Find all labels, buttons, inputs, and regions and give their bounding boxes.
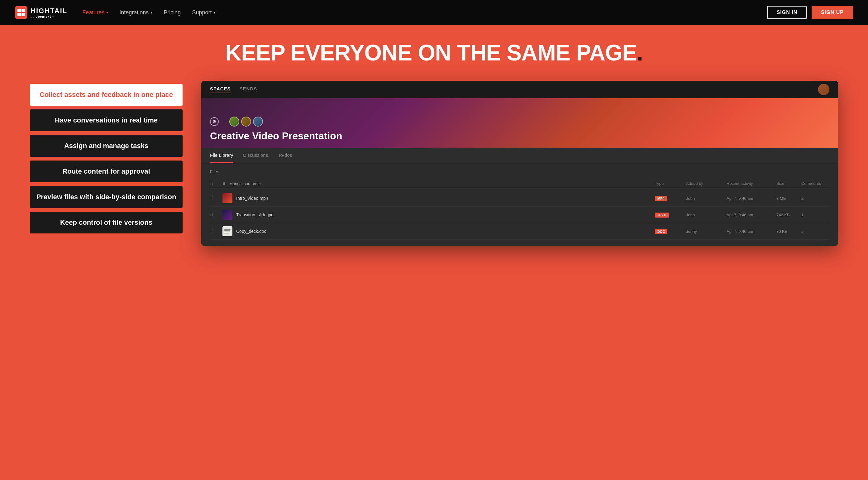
file-drag-handle: ⠿ [210,229,222,234]
app-subtabs: File Library Discussions To-dos [201,148,838,163]
col-type: Type [655,181,686,186]
files-label: Files [210,169,829,174]
member-avatar-3 [253,117,263,126]
col-activity: Recent activity [726,181,776,186]
table-row[interactable]: ⠿ Transition_slide.jpg JPEG John Apr 7, … [210,207,829,223]
navbar: HIGHTAIL by opentext™ Features ▾ Integra… [0,0,868,25]
file-added-by: John [686,196,726,201]
file-activity: Apr 7, 9:46 am [726,229,776,234]
file-drag-handle: ⠿ [210,196,222,201]
file-type: JPEG [655,212,686,217]
file-activity: Apr 7, 9:46 am [726,213,776,217]
settings-icon[interactable]: ⚙ [210,117,219,126]
support-caret-icon: ▾ [213,10,215,14]
file-size: 742 KB [776,213,801,217]
table-row[interactable]: ⠿ Intro_Video.mp4 MP4 John Apr 7, 9:46 a… [210,190,829,207]
type-badge-doc: DOC [655,229,668,234]
file-comments: 2 [801,196,829,201]
space-banner: ⚙ Creative Video Presentation [201,98,838,148]
table-header: ⠿ ⠿Manual sort order Type Added by Recen… [210,179,829,189]
space-banner-inner: ⚙ [210,117,342,126]
hero-section: KEEP EVERYONE ON THE SAME PAGE. Collect … [0,25,868,265]
subtab-todos[interactable]: To-dos [278,148,292,163]
col-added: Added by [686,181,726,186]
file-comments: 1 [801,213,829,217]
file-thumbnail [222,226,232,236]
file-type: DOC [655,229,686,234]
file-activity: Apr 7, 9:46 am [726,196,776,201]
logo-text: HIGHTAIL by opentext™ [31,7,67,19]
space-title: Creative Video Presentation [210,130,342,142]
file-name-cell: Intro_Video.mp4 [222,193,655,203]
subtab-file-library[interactable]: File Library [210,148,233,163]
logo-icon [15,6,27,19]
subtab-discussions[interactable]: Discussions [243,148,268,163]
logo-sub: by opentext™ [31,15,67,19]
hero-title: KEEP EVERYONE ON THE SAME PAGE. [15,40,853,65]
svg-rect-0 [18,9,21,12]
user-avatar[interactable] [818,84,829,95]
main-content: Collect assets and feedback in one place… [15,81,853,265]
signin-button[interactable]: SIGN IN [767,6,807,19]
file-thumbnail [222,210,232,220]
signup-button[interactable]: SIGN UP [812,6,853,19]
nav-features[interactable]: Features ▾ [82,9,108,16]
feature-approval[interactable]: Route content for approval [30,160,183,182]
nav-integrations[interactable]: Integrations ▾ [119,9,152,16]
col-size: Size [776,181,801,186]
col-name[interactable]: ⠿Manual sort order [222,181,655,186]
table-row[interactable]: ⠿ Copy_deck.doc DOC [210,223,829,240]
type-badge-jpeg: JPEG [655,213,669,217]
nav-support[interactable]: Support ▾ [192,9,215,16]
member-avatar-1 [229,117,239,126]
nav-right: SIGN IN SIGN UP [767,6,853,19]
doc-line [224,230,230,231]
file-thumbnail [222,193,232,203]
nav-links: Features ▾ Integrations ▾ Pricing Suppor… [82,9,215,16]
member-avatars [229,117,263,126]
doc-lines [223,228,232,235]
nav-pricing[interactable]: Pricing [163,9,181,16]
file-name: Copy_deck.doc [236,229,267,234]
doc-line [224,229,230,230]
doc-line [224,233,229,234]
file-size: 80 KB [776,229,801,234]
svg-rect-1 [22,9,25,12]
file-type: MP4 [655,196,686,201]
app-topbar: SPACES SENDS [201,81,838,98]
file-drag-handle: ⠿ [210,212,222,217]
logo[interactable]: HIGHTAIL by opentext™ [15,6,67,19]
feature-versions[interactable]: Keep control of file versions [30,212,183,234]
files-section: Files ⠿ ⠿Manual sort order Type Added by… [201,163,838,246]
space-title-wrap: ⚙ Creative Video Presentation [210,117,342,142]
file-size: 8 MB [776,196,801,201]
file-name-cell: Copy_deck.doc [222,226,655,236]
tab-sends[interactable]: SENDS [240,86,257,93]
doc-line [224,232,230,232]
file-name: Transition_slide.jpg [236,212,274,217]
type-badge-mp4: MP4 [655,196,667,201]
divider [224,117,224,126]
feature-conversations[interactable]: Have conversations in real time [30,110,183,131]
svg-rect-2 [18,13,21,16]
file-name-cell: Transition_slide.jpg [222,210,655,220]
app-mockup: SPACES SENDS ⚙ [201,81,838,246]
feature-collect[interactable]: Collect assets and feedback in one place [30,84,183,106]
feature-tasks[interactable]: Assign and manage tasks [30,135,183,157]
app-main-tabs: SPACES SENDS [210,86,257,93]
member-avatar-2 [241,117,251,126]
file-name: Intro_Video.mp4 [236,196,268,201]
col-comments: Comments [801,181,829,186]
file-added-by: John [686,213,726,217]
logo-name: HIGHTAIL [31,7,67,15]
features-caret-icon: ▾ [106,10,108,14]
tab-spaces[interactable]: SPACES [210,86,231,93]
feature-preview[interactable]: Preview files with side-by-side comparis… [30,186,183,208]
integrations-caret-icon: ▾ [151,10,152,14]
file-comments: 5 [801,229,829,234]
svg-rect-3 [22,13,25,16]
nav-left: HIGHTAIL by opentext™ Features ▾ Integra… [15,6,215,19]
avatar-image [818,84,829,95]
features-list: Collect assets and feedback in one place… [30,81,183,237]
file-added-by: Jenny [686,229,726,234]
